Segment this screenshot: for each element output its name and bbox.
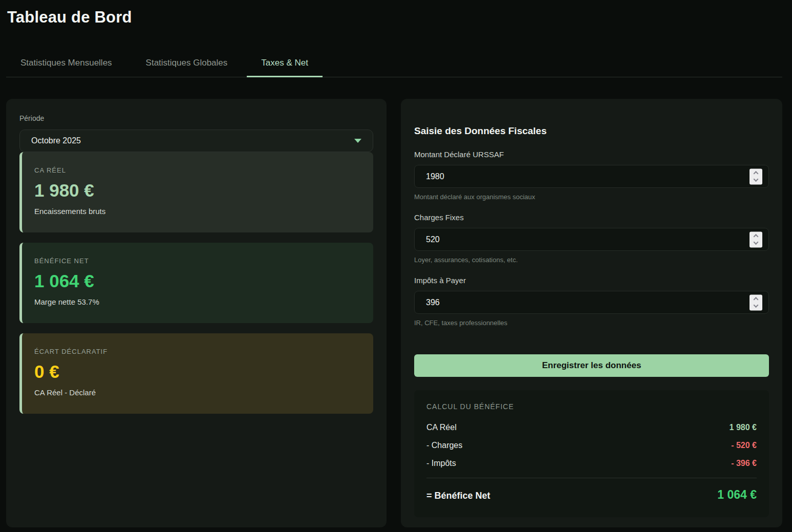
- charges-field-group: Charges Fixes Loyer, assurances, cotisat…: [414, 213, 769, 264]
- calc-total-value: 1 064 €: [717, 488, 757, 502]
- calc-row-ca-reel: CA Réel 1 980 €: [426, 423, 757, 432]
- calc-box: CALCUL DU BÉNÉFICE CA Réel 1 980 € - Cha…: [414, 390, 769, 517]
- stats-panel: Période Octobre 2025 CA RÉEL 1 980 € Enc…: [6, 99, 387, 527]
- urssaf-field-hint: Montant déclaré aux organismes sociaux: [414, 193, 769, 201]
- calc-divider: [426, 478, 757, 478]
- calc-row-label: - Impôts: [426, 459, 456, 468]
- calc-total-row: = Bénéfice Net 1 064 €: [426, 488, 757, 502]
- calc-title: CALCUL DU BÉNÉFICE: [426, 402, 757, 411]
- calc-row-impots: - Impôts - 396 €: [426, 459, 757, 468]
- tab-statistiques-mensuelles[interactable]: Statistiques Mensuelles: [6, 53, 126, 77]
- calc-row-value: 1 980 €: [730, 423, 757, 432]
- stat-card-label: CA RÉEL: [34, 166, 361, 174]
- calc-row-label: - Charges: [426, 441, 462, 450]
- stat-card-label: BÉNÉFICE NET: [34, 257, 361, 265]
- urssaf-field-group: Montant Déclaré URSSAF Montant déclaré a…: [414, 150, 769, 201]
- urssaf-field-label: Montant Déclaré URSSAF: [414, 150, 769, 159]
- form-title: Saisie des Données Fiscales: [414, 125, 769, 137]
- fiscal-form-panel: Saisie des Données Fiscales Montant Décl…: [401, 99, 782, 527]
- calc-row-charges: - Charges - 520 €: [426, 441, 757, 450]
- spinner-up-icon[interactable]: [754, 171, 759, 176]
- number-spinner[interactable]: [750, 294, 762, 310]
- impots-field-group: Impôts à Payer IR, CFE, taxes profession…: [414, 276, 769, 327]
- save-button[interactable]: Enregistrer les données: [414, 354, 769, 377]
- stat-card-subtitle: Marge nette 53.7%: [34, 297, 361, 306]
- spinner-up-icon[interactable]: [754, 297, 759, 302]
- impots-field-hint: IR, CFE, taxes professionnelles: [414, 319, 769, 327]
- number-spinner[interactable]: [750, 231, 762, 247]
- charges-input[interactable]: [414, 228, 769, 251]
- period-label: Période: [19, 114, 373, 122]
- tab-statistiques-globales[interactable]: Statistiques Globales: [132, 53, 242, 77]
- urssaf-input[interactable]: [414, 165, 769, 188]
- stat-card-value: 0 €: [34, 360, 361, 383]
- impots-input[interactable]: [414, 291, 769, 314]
- charges-field-hint: Loyer, assurances, cotisations, etc.: [414, 256, 769, 264]
- calc-row-value: - 520 €: [731, 441, 757, 450]
- spinner-up-icon[interactable]: [754, 234, 759, 239]
- calc-row-value: - 396 €: [731, 459, 757, 468]
- calc-row-label: CA Réel: [426, 423, 457, 432]
- tab-bar: Statistiques Mensuelles Statistiques Glo…: [6, 53, 782, 77]
- stat-card-subtitle: CA Réel - Déclaré: [34, 388, 361, 397]
- charges-field-label: Charges Fixes: [414, 213, 769, 222]
- page-title: Tableau de Bord: [7, 8, 782, 27]
- tab-taxes-net[interactable]: Taxes & Net: [247, 53, 323, 77]
- stat-card-label: ÉCART DÉCLARATIF: [34, 348, 361, 355]
- spinner-down-icon[interactable]: [754, 303, 759, 308]
- dashboard-page: Tableau de Bord Statistiques Mensuelles …: [0, 0, 792, 532]
- stat-card-ecart-declaratif: ÉCART DÉCLARATIF 0 € CA Réel - Déclaré: [19, 333, 373, 414]
- chevron-down-icon: [354, 139, 361, 143]
- stat-card-value: 1 980 €: [34, 179, 361, 202]
- period-select[interactable]: Octobre 2025: [19, 130, 373, 152]
- stat-card-ca-reel: CA RÉEL 1 980 € Encaissements bruts: [19, 152, 373, 232]
- spinner-down-icon[interactable]: [754, 177, 759, 182]
- content-area: Période Octobre 2025 CA RÉEL 1 980 € Enc…: [6, 99, 782, 527]
- stat-card-value: 1 064 €: [34, 270, 361, 292]
- stat-card-benefice-net: BÉNÉFICE NET 1 064 € Marge nette 53.7%: [19, 243, 373, 323]
- stat-card-subtitle: Encaissements bruts: [34, 207, 361, 216]
- impots-field-label: Impôts à Payer: [414, 276, 769, 285]
- calc-total-label: = Bénéfice Net: [426, 491, 490, 501]
- period-select-value: Octobre 2025: [31, 136, 81, 145]
- number-spinner[interactable]: [750, 168, 762, 184]
- spinner-down-icon[interactable]: [754, 240, 759, 245]
